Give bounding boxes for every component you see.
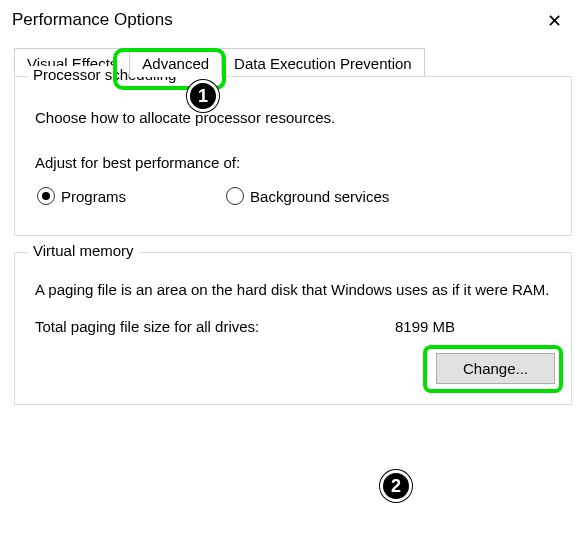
virtual-memory-description: A paging file is an area on the hard dis… [35, 279, 555, 300]
close-icon[interactable]: ✕ [539, 10, 570, 32]
radio-programs[interactable]: Programs [37, 187, 126, 205]
annotation-badge-2: 2 [380, 470, 412, 502]
paging-total-value: 8199 MB [395, 318, 555, 335]
change-button[interactable]: Change... [436, 353, 555, 384]
radio-background-services[interactable]: Background services [226, 187, 389, 205]
processor-scheduling-group: Processor scheduling Choose how to alloc… [14, 76, 572, 236]
processor-description: Choose how to allocate processor resourc… [35, 109, 555, 126]
window-title: Performance Options [12, 10, 173, 30]
radio-programs-indicator [37, 187, 55, 205]
radio-background-label: Background services [250, 188, 389, 205]
virtual-memory-label: Virtual memory [27, 242, 140, 259]
radio-background-indicator [226, 187, 244, 205]
tab-data-execution-prevention[interactable]: Data Execution Prevention [221, 48, 425, 77]
annotation-badge-1: 1 [187, 80, 219, 112]
tab-advanced[interactable]: Advanced [129, 48, 222, 77]
radio-programs-label: Programs [61, 188, 126, 205]
paging-total-label: Total paging file size for all drives: [35, 318, 395, 335]
virtual-memory-group: Virtual memory A paging file is an area … [14, 252, 572, 405]
adjust-performance-label: Adjust for best performance of: [35, 154, 555, 171]
